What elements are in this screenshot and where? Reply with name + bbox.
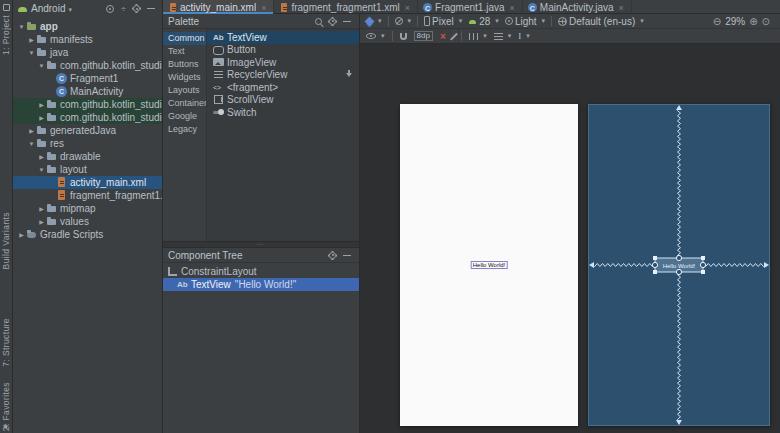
orientation-selector[interactable]	[395, 17, 412, 25]
palette-category[interactable]: Buttons	[163, 58, 206, 71]
project-tool-icon[interactable]	[3, 4, 10, 11]
tree-row[interactable]: MainActivity	[13, 85, 162, 98]
surface-mode-selector[interactable]	[366, 17, 382, 25]
default-margin-selector[interactable]: 8dp	[414, 31, 433, 41]
tree-chevron-icon[interactable]: ▶	[37, 101, 46, 108]
infer-constraints-icon[interactable]	[450, 32, 457, 39]
tree-chevron-icon[interactable]: ▼	[27, 141, 36, 147]
tree-chevron-icon[interactable]: ▶	[17, 231, 26, 238]
tab-label: Fragment1.java	[435, 2, 504, 13]
tree-chevron-icon[interactable]: ▼	[37, 167, 46, 173]
palette-category[interactable]: Containers	[163, 97, 206, 110]
view-options-button[interactable]	[366, 32, 385, 40]
tree-row[interactable]: ▶ manifests	[13, 33, 162, 46]
scrollview-icon	[213, 94, 224, 105]
tree-row[interactable]: ▶ drawable	[13, 150, 162, 163]
palette-item[interactable]: <fragment>	[207, 81, 359, 94]
favorites-star-icon[interactable]: ★	[2, 422, 9, 431]
tree-chevron-icon[interactable]: ▶	[37, 114, 46, 121]
palette-category[interactable]: Common	[163, 32, 206, 45]
minimize-icon[interactable]	[343, 255, 351, 256]
tree-row[interactable]: Fragment1	[13, 72, 162, 85]
hide-panel-icon[interactable]	[147, 8, 155, 9]
palette-category[interactable]: Widgets	[163, 71, 206, 84]
palette-item[interactable]: TextView	[207, 31, 359, 44]
rail-tab-project[interactable]: 1: Project	[1, 15, 11, 55]
tree-chevron-icon[interactable]: ▼	[37, 63, 46, 69]
editor-tab[interactable]: activity_main.xml	[163, 0, 274, 14]
folder-icon	[36, 34, 47, 45]
search-icon[interactable]	[315, 18, 322, 25]
gear-icon[interactable]	[329, 252, 336, 259]
gear-icon[interactable]	[329, 18, 336, 25]
palette-category[interactable]: Legacy	[163, 123, 206, 136]
palette-category[interactable]: Layouts	[163, 84, 206, 97]
device-selector[interactable]: Pixel	[424, 16, 462, 27]
rail-tab-structure[interactable]: 7: Structure	[1, 318, 11, 367]
editor-tab[interactable]: MainActivity.java	[523, 0, 632, 14]
tree-row[interactable]: fragment_fragment1.xml	[13, 189, 162, 202]
design-canvas[interactable]: Hello World! Hello World!	[360, 44, 780, 433]
palette-item[interactable]: Switch	[207, 106, 359, 119]
collapse-all-icon[interactable]: ÷	[121, 4, 126, 14]
tree-row[interactable]: ▼ layout	[13, 163, 162, 176]
api-selector[interactable]: 28	[468, 16, 499, 27]
theme-selector[interactable]: Light	[505, 16, 545, 27]
tree-row[interactable]: ▼ java	[13, 46, 162, 59]
tree-row[interactable]: activity_main.xml	[13, 176, 162, 189]
clear-constraints-icon[interactable]	[440, 31, 446, 42]
zoom-in-icon[interactable]	[749, 16, 757, 27]
xml-file-icon	[168, 3, 177, 12]
tree-chevron-icon[interactable]: ▶	[37, 218, 46, 225]
locate-file-icon[interactable]	[106, 5, 114, 13]
panel-splitter[interactable]: ⋯	[163, 241, 359, 248]
tree-row[interactable]: ▼ app	[13, 20, 162, 33]
close-icon[interactable]	[403, 2, 410, 13]
palette-category[interactable]: Google	[163, 110, 206, 123]
editor-tab[interactable]: fragment_fragment1.xml	[274, 0, 418, 14]
autoconnect-magnet-icon[interactable]	[400, 33, 407, 40]
tree-chevron-icon[interactable]: ▼	[17, 24, 26, 30]
folder-icon	[46, 203, 57, 214]
tree-chevron-icon[interactable]: ▶	[37, 205, 46, 212]
design-surface[interactable]: Hello World!	[400, 104, 578, 426]
blueprint-surface[interactable]: Hello World!	[588, 104, 770, 426]
gear-icon[interactable]	[133, 5, 140, 12]
component-tree-row[interactable]: ConstraintLayout	[163, 265, 359, 278]
tree-row[interactable]: ▶ mipmap	[13, 202, 162, 215]
tree-row[interactable]: ▼ com.github.kotlin_studio.main_ac	[13, 59, 162, 72]
palette-item[interactable]: ImageView	[207, 56, 359, 69]
align-menu-button[interactable]	[469, 32, 487, 40]
tree-chevron-icon[interactable]: ▶	[37, 153, 46, 160]
pack-menu-button[interactable]	[494, 32, 512, 40]
palette-item[interactable]: ScrollView	[207, 94, 359, 107]
tree-row[interactable]: ▼ res	[13, 137, 162, 150]
tree-chevron-icon[interactable]: ▶	[27, 36, 36, 43]
folder-icon	[46, 164, 57, 175]
tree-row[interactable]: ▶ com.github.kotlin_studio.main_ac	[13, 111, 162, 124]
tree-row[interactable]: ▶ Gradle Scripts	[13, 228, 162, 241]
close-icon[interactable]	[617, 2, 624, 13]
minimize-icon[interactable]	[343, 21, 351, 22]
rail-tab-build-variants[interactable]: Build Variants	[1, 212, 11, 269]
tree-chevron-icon[interactable]: ▶	[27, 127, 36, 134]
tree-row[interactable]: ▶ values	[13, 215, 162, 228]
project-view-selector[interactable]: Android	[31, 3, 72, 14]
hello-world-textview[interactable]: Hello World!	[471, 261, 508, 269]
zoom-out-icon[interactable]	[713, 16, 721, 27]
tree-row[interactable]: ▶ generatedJava	[13, 124, 162, 137]
tree-chevron-icon[interactable]: ▼	[27, 50, 36, 56]
palette-category[interactable]: Text	[163, 45, 206, 58]
guidelines-menu-button[interactable]: I	[518, 31, 530, 41]
tree-row[interactable]: ▶ com.github.kotlin_studio.main_ac	[13, 98, 162, 111]
download-icon[interactable]	[345, 70, 353, 79]
editor-tab[interactable]: Fragment1.java	[418, 0, 523, 14]
palette-item[interactable]: Button	[207, 44, 359, 57]
tab-label: activity_main.xml	[180, 2, 256, 13]
palette-item[interactable]: RecyclerView	[207, 69, 359, 82]
zoom-fit-icon[interactable]	[762, 16, 770, 27]
close-icon[interactable]	[508, 2, 515, 13]
locale-selector[interactable]: Default (en-us)	[558, 16, 644, 27]
close-icon[interactable]	[259, 2, 266, 13]
component-tree-row[interactable]: TextView "Hello World!"	[163, 278, 359, 291]
